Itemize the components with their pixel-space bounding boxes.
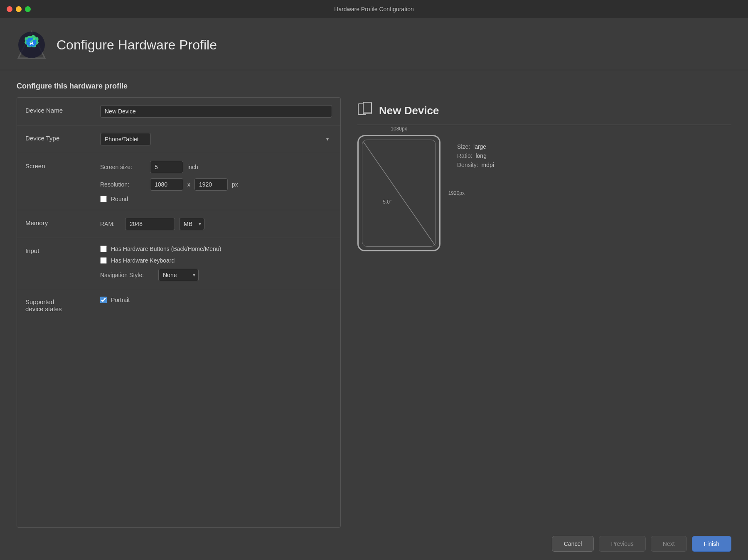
preview-content: 1080px 5.0" 1920px Size: large [357, 135, 731, 251]
form-panel: Device Name Device Type Phone/Tablet Wea… [17, 97, 341, 528]
portrait-row: Portrait [100, 297, 332, 303]
ram-label: RAM: [100, 221, 121, 227]
device-type-label: Device Type [25, 133, 92, 142]
close-button[interactable] [7, 6, 12, 12]
round-checkbox-row: Round [100, 196, 332, 202]
size-value: large [473, 143, 486, 150]
round-label[interactable]: Round [111, 196, 128, 202]
minimize-button[interactable] [16, 6, 22, 12]
window-title: Hardware Profile Configuration [334, 6, 413, 12]
diagonal-dimension-label: 5.0" [383, 199, 391, 205]
app-logo: A [17, 30, 47, 60]
memory-fields: RAM: MB GB [100, 218, 332, 230]
size-label: Size: [457, 143, 470, 150]
input-row: Input Has Hardware Buttons (Back/Home/Me… [17, 238, 340, 289]
resolution-x: x [187, 181, 190, 188]
height-dimension-label: 1920px [448, 190, 465, 196]
memory-label: Memory [25, 218, 92, 226]
navigation-style-select[interactable]: None D-pad Trackball Wheel [158, 269, 199, 281]
device-type-fields: Phone/Tablet Wear OS Android TV Desktop … [100, 133, 332, 145]
ram-input[interactable] [125, 218, 175, 230]
preview-device-icon [357, 101, 372, 120]
svg-point-4 [33, 38, 35, 40]
header-area: A Configure Hardware Profile [0, 18, 748, 70]
screen-fields: Screen size: inch Resolution: x px Round [100, 161, 332, 202]
device-states-row: Supporteddevice states Portrait [17, 289, 340, 320]
preview-panel: New Device 1080px 5.0" 1920px [357, 97, 731, 528]
header-title: Configure Hardware Profile [57, 37, 217, 53]
main-content: Device Name Device Type Phone/Tablet Wea… [0, 97, 748, 528]
hardware-keyboard-checkbox[interactable] [100, 257, 107, 264]
device-diagram: 1080px 5.0" 1920px [357, 135, 440, 251]
screen-size-unit: inch [187, 164, 198, 170]
title-bar: Hardware Profile Configuration [0, 0, 748, 18]
device-name-row: Device Name [17, 98, 340, 125]
screen-size-row: Screen size: inch [100, 161, 332, 173]
cancel-button[interactable]: Cancel [552, 536, 594, 552]
navigation-style-select-wrapper: None D-pad Trackball Wheel [158, 269, 199, 281]
preview-title: New Device [379, 104, 439, 117]
diagonal-line [359, 136, 439, 250]
device-name-fields [100, 105, 332, 118]
spec-size: Size: large [457, 143, 494, 150]
screen-size-input[interactable] [150, 161, 183, 173]
hardware-keyboard-label[interactable]: Has Hardware Keyboard [111, 257, 175, 264]
device-states-fields: Portrait [100, 297, 332, 303]
ram-row: RAM: MB GB [100, 218, 332, 230]
previous-button[interactable]: Previous [599, 536, 645, 552]
width-dimension-label: 1080px [391, 126, 407, 132]
device-type-row: Device Type Phone/Tablet Wear OS Android… [17, 125, 340, 153]
input-label: Input [25, 246, 92, 254]
ratio-label: Ratio: [457, 152, 472, 159]
resolution-row: Resolution: x px [100, 178, 332, 191]
hardware-buttons-checkbox[interactable] [100, 246, 107, 252]
input-fields: Has Hardware Buttons (Back/Home/Menu) Ha… [100, 246, 332, 281]
screen-size-label: Screen size: [100, 164, 146, 170]
device-outline: 5.0" [357, 135, 440, 251]
navigation-style-row: Navigation Style: None D-pad Trackball W… [100, 269, 332, 281]
navigation-style-label: Navigation Style: [100, 272, 154, 278]
device-specs: Size: large Ratio: long Density: mdpi [457, 135, 494, 168]
hardware-buttons-label[interactable]: Has Hardware Buttons (Back/Home/Menu) [111, 246, 221, 252]
device-type-select[interactable]: Phone/Tablet Wear OS Android TV Desktop … [100, 133, 151, 145]
ram-unit-select-wrapper: MB GB [179, 218, 204, 230]
portrait-label[interactable]: Portrait [111, 297, 130, 303]
density-label: Density: [457, 162, 478, 168]
density-value: mdpi [481, 162, 494, 168]
ratio-value: long [475, 152, 486, 159]
resolution-width-input[interactable] [150, 178, 183, 191]
svg-line-8 [363, 141, 436, 246]
next-button[interactable]: Next [651, 536, 687, 552]
screen-row: Screen Screen size: inch Resolution: x p… [17, 153, 340, 210]
hardware-buttons-row: Has Hardware Buttons (Back/Home/Menu) [100, 246, 332, 252]
device-type-select-wrapper: Phone/Tablet Wear OS Android TV Desktop … [100, 133, 332, 145]
footer: Cancel Previous Next Finish [0, 528, 748, 560]
ram-unit-select[interactable]: MB GB [179, 218, 204, 230]
device-states-label: Supporteddevice states [25, 297, 92, 312]
device-name-label: Device Name [25, 105, 92, 114]
preview-header: New Device [357, 101, 731, 125]
spec-density: Density: mdpi [457, 162, 494, 168]
window-controls [7, 6, 31, 12]
resolution-label: Resolution: [100, 181, 146, 188]
sub-header: Configure this hardware profile [0, 70, 748, 97]
spec-ratio: Ratio: long [457, 152, 494, 159]
resolution-unit: px [232, 181, 238, 188]
portrait-checkbox[interactable] [100, 297, 107, 303]
finish-button[interactable]: Finish [692, 536, 731, 552]
hardware-keyboard-row: Has Hardware Keyboard [100, 257, 332, 264]
screen-label: Screen [25, 161, 92, 169]
resolution-height-input[interactable] [194, 178, 228, 191]
maximize-button[interactable] [25, 6, 31, 12]
round-checkbox[interactable] [100, 196, 107, 202]
memory-row: Memory RAM: MB GB [17, 210, 340, 238]
device-name-input[interactable] [100, 105, 332, 118]
